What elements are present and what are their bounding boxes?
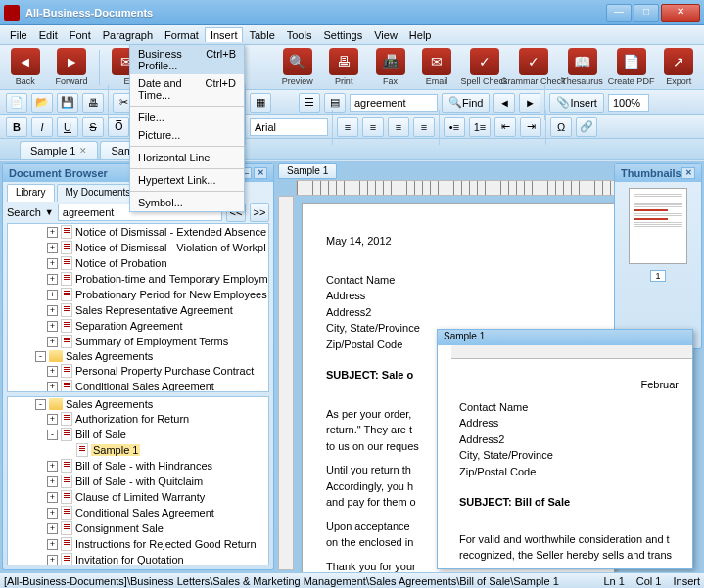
floating-doc-window[interactable]: Sample 1 Februar Contact NameAddressAddr… [437, 329, 693, 569]
doc-tab[interactable]: Sample 1✕ [20, 141, 98, 159]
browser-tab[interactable]: Library [7, 184, 55, 202]
doc-tab[interactable]: Sample 1 [278, 163, 337, 179]
tree-item[interactable]: +Probationary Period for New Employees [8, 287, 268, 302]
link-button[interactable]: 🔗 [576, 117, 597, 137]
menu-font[interactable]: Font [64, 27, 97, 43]
insert-menu-item[interactable]: Date and Time...Ctrl+D [130, 74, 244, 104]
align-left-button[interactable]: ≡ [337, 117, 358, 137]
insert-menu-item[interactable]: File... [130, 109, 244, 126]
menu-help[interactable]: Help [403, 27, 438, 43]
browser-tab[interactable]: My Documents [57, 184, 140, 202]
menu-tools[interactable]: Tools [281, 27, 318, 43]
spell-check-button[interactable]: ✓Spell Check [464, 48, 505, 86]
maximize-button[interactable]: □ [634, 4, 659, 22]
email-button[interactable]: ✉Email [417, 48, 455, 86]
search-next-button[interactable]: >> [250, 203, 269, 222]
tree-item[interactable]: +Probation-time and Temporary Employm [8, 271, 268, 287]
minimize-button[interactable]: — [606, 4, 632, 22]
bold-button[interactable]: B [6, 117, 27, 137]
document-icon [61, 241, 72, 254]
close-button[interactable]: ✕ [661, 4, 700, 22]
menu-view[interactable]: View [368, 27, 403, 43]
tree-item[interactable]: +Personal Property Purchase Contract [8, 363, 268, 379]
strike-button[interactable]: S [82, 117, 104, 137]
preview-button[interactable]: 🔍Preview [278, 48, 316, 86]
view-button[interactable]: ▤ [324, 93, 346, 113]
tree-item[interactable]: +Bill of Sale - with Hindrances [8, 458, 268, 474]
tree-item[interactable]: +Notice of Dismissal - Violation of Work… [8, 240, 268, 255]
grammar-check-button[interactable]: ✓Grammar Check [513, 48, 554, 86]
tree-item[interactable]: +Separation Agreement [8, 318, 268, 334]
tree-item[interactable]: +Bill of Sale - with Quitclaim [8, 474, 268, 489]
find-next-button[interactable]: ► [519, 93, 540, 113]
menu-table[interactable]: Table [243, 27, 280, 43]
document-tree-2[interactable]: -Sales Agreements+Authorization for Retu… [7, 396, 269, 565]
document-icon [61, 272, 72, 286]
insert-menu-item[interactable]: Horizontal Line [130, 149, 244, 166]
fax-button[interactable]: 📠Fax [371, 48, 409, 86]
overline-button[interactable]: O̅ [108, 117, 129, 137]
font-select[interactable] [250, 118, 328, 136]
thumb-close-button[interactable]: ✕ [681, 167, 695, 179]
align-center-button[interactable]: ≡ [362, 117, 384, 137]
tree-item[interactable]: -Sales Agreements [8, 397, 268, 411]
find-button[interactable]: 🔍Find [442, 93, 490, 113]
underline-button[interactable]: U [57, 117, 78, 137]
align-right-button[interactable]: ≡ [388, 117, 409, 137]
document-tree-1[interactable]: +Notice of Dismissal - Extended Absence+… [7, 223, 269, 392]
align-justify-button[interactable]: ≡ [413, 117, 435, 137]
tree-item[interactable]: +Invitation for Quotation [8, 552, 268, 565]
new-button[interactable]: 📄 [6, 93, 27, 113]
symbol-button[interactable]: Ω [550, 117, 572, 137]
tree-item[interactable]: +Notice of Dismissal - Extended Absence [8, 224, 268, 240]
thumbnail-1[interactable] [629, 188, 687, 264]
panel-close-button[interactable]: ✕ [254, 167, 267, 179]
insert-field-button[interactable]: 📎Insert [549, 93, 604, 113]
float-title[interactable]: Sample 1 [438, 330, 692, 345]
tree-item[interactable]: +Sales Representative Agreement [8, 302, 268, 318]
forward-button[interactable]: ►Forward [52, 48, 90, 86]
tree-item[interactable]: +Conditional Sales Agreement [8, 379, 268, 392]
tree-item[interactable]: +Summary of Employment Terms [8, 334, 268, 349]
close-icon[interactable]: ✕ [79, 146, 87, 156]
menu-settings[interactable]: Settings [317, 27, 368, 43]
open-button[interactable]: 📂 [31, 93, 53, 113]
indent-button[interactable]: ⇥ [520, 117, 541, 137]
document-icon [61, 288, 72, 301]
tree-item[interactable]: +Instructions for Rejected Good Return [8, 536, 268, 552]
menu-paragraph[interactable]: Paragraph [97, 27, 159, 43]
thesaurus-button[interactable]: 📖Thesaurus [562, 48, 603, 86]
insert-menu-item[interactable]: Hypertext Link... [130, 171, 244, 189]
outdent-button[interactable]: ⇤ [494, 117, 516, 137]
insert-menu-item[interactable]: Symbol... [130, 194, 244, 211]
back-button[interactable]: ◄Back [6, 48, 44, 86]
tree-item[interactable]: -Sales Agreements [8, 349, 268, 363]
italic-button[interactable]: I [31, 117, 53, 137]
tree-item[interactable]: +Authorization for Return [8, 411, 268, 427]
tree-item[interactable]: +Clause of Limited Warranty [8, 489, 268, 505]
menu-format[interactable]: Format [159, 27, 205, 43]
tree-item[interactable]: +Conditional Sales Agreement [8, 505, 268, 520]
find-prev-button[interactable]: ◄ [493, 93, 515, 113]
export-button[interactable]: ↗Export [660, 48, 698, 86]
save-button[interactable]: 💾 [57, 93, 78, 113]
print-button[interactable]: 🖶Print [324, 48, 362, 86]
insert-menu-item[interactable]: Business Profile...Ctrl+B [130, 45, 244, 74]
bullets-button[interactable]: •≡ [444, 117, 465, 137]
tree-item[interactable]: -Bill of Sale [8, 427, 268, 442]
vertical-ruler[interactable] [278, 196, 294, 570]
menu-insert[interactable]: Insert [205, 27, 244, 42]
search-input[interactable] [350, 94, 438, 112]
menu-file[interactable]: File [4, 27, 33, 43]
tree-item[interactable]: +Notice of Probation [8, 255, 268, 271]
print-button[interactable]: 🖶 [82, 93, 104, 113]
zoom-input[interactable] [608, 94, 649, 112]
insert-menu-item[interactable]: Picture... [130, 126, 244, 144]
menu-edit[interactable]: Edit [33, 27, 64, 43]
list-button[interactable]: ☰ [299, 93, 320, 113]
create-pdf-button[interactable]: 📄Create PDF [611, 48, 652, 86]
numbers-button[interactable]: 1≡ [469, 117, 491, 137]
tree-item[interactable]: Sample 1 [8, 442, 268, 458]
tree-item[interactable]: +Consignment Sale [8, 520, 268, 536]
table-button[interactable]: ▦ [250, 93, 271, 113]
